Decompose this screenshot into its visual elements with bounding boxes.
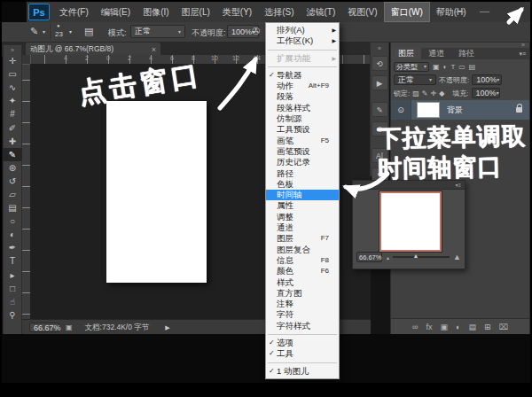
brush-panel-toggle-icon[interactable]: ▤ [84, 26, 93, 37]
navigator-zoom-slider[interactable]: ▴ ▲ ▲ [387, 252, 461, 262]
lock-transparent-icon[interactable]: ▨ [412, 90, 419, 97]
menu-item-tools[interactable]: ✓ 工具 [266, 348, 339, 359]
zoom-tool[interactable]: ⚲ [4, 308, 21, 322]
menu-item-paragraph[interactable]: 段落 [266, 91, 339, 102]
menu-item-timeline[interactable]: 时间轴 [266, 190, 339, 200]
status-expand-icon[interactable]: ▶ [165, 324, 169, 331]
menu-help[interactable]: 帮助(H) [430, 2, 473, 22]
layer-row-background[interactable]: ⊙ 背景 [391, 100, 529, 120]
link-layers-icon[interactable]: ∞ [412, 323, 418, 331]
hand-tool[interactable]: ☝ [4, 295, 21, 308]
filter-kind-select[interactable]: 分类型▾ [394, 62, 429, 72]
toolbar-collapse-icon[interactable]: » [11, 46, 14, 54]
menu-edit[interactable]: 编辑(E) [95, 2, 137, 22]
tab-paths[interactable]: 路径 [451, 48, 481, 59]
menu-item-brush-presets[interactable]: 画笔预设 [266, 146, 339, 157]
menu-item-notes[interactable]: 注释 [266, 299, 339, 309]
pen-tool[interactable]: ✒ [4, 241, 21, 254]
history-panel-icon[interactable]: ⟲ [372, 56, 388, 71]
fill-select[interactable]: 100%▾ [472, 88, 500, 98]
menu-image[interactable]: 图像(I) [137, 2, 175, 22]
tab-channels[interactable]: 通道 [421, 48, 451, 59]
lock-pixels-icon[interactable]: ✎ [422, 90, 428, 97]
menu-item-histogram[interactable]: 直方图 [266, 288, 339, 299]
lasso-tool[interactable]: ∿ [4, 81, 21, 94]
slider-track[interactable]: ▲ [393, 256, 450, 258]
layer-effects-icon[interactable]: fx [426, 323, 433, 331]
zoom-out-icon[interactable]: ▴ [387, 254, 389, 261]
document-canvas[interactable] [106, 101, 207, 283]
quick-selection-tool[interactable]: ✦ [4, 94, 21, 107]
adjustment-layer-icon[interactable]: ◐ [456, 323, 460, 331]
blur-tool[interactable]: ○ [4, 214, 21, 228]
brush-size-value[interactable]: 23 [55, 30, 63, 38]
layer-opacity-select[interactable]: 100%▾ [472, 74, 502, 85]
panel-menu-icon[interactable]: ▾≡ [515, 48, 529, 59]
blend-mode-select[interactable]: 正常▾ [394, 74, 436, 85]
menu-item-swatches[interactable]: 色板 [266, 179, 339, 190]
layer-group-icon[interactable]: ▤ [468, 323, 476, 331]
menu-separator[interactable] [268, 50, 337, 51]
clone-stamp-tool[interactable]: ⊛ [4, 161, 21, 175]
dock-collapse-icon[interactable]: » [521, 42, 525, 48]
menu-item-layer-comps[interactable]: 图层复合 [266, 245, 339, 255]
menu-separator[interactable] [268, 362, 337, 363]
menu-item-brush[interactable]: 画笔 F5 [266, 136, 339, 146]
filter-adjustment-icon[interactable]: ◐ [443, 63, 448, 71]
visibility-gutter[interactable]: ⊙ [391, 100, 411, 120]
menu-separator[interactable] [268, 66, 337, 67]
shape-tool[interactable]: □ [4, 282, 21, 295]
path-selection-tool[interactable]: ▸ [4, 269, 21, 282]
menu-item-color[interactable]: 颜色 F6 [266, 266, 339, 276]
menu-item-adjustments[interactable]: 调整 [266, 212, 339, 222]
menu-item-workspace[interactable]: 工作区(K) ▶ [266, 35, 339, 46]
menu-item-styles[interactable]: 样式 [266, 277, 339, 288]
menu-item-paragraph-styles[interactable]: 段落样式 [266, 103, 339, 113]
document-tab[interactable]: 动图儿 @ 66.7%(RGB/8) × [25, 42, 161, 56]
crop-tool[interactable]: # [4, 107, 21, 121]
history-brush-tool[interactable]: ↺ [4, 175, 21, 188]
airbrush-icon[interactable]: ✇ [252, 26, 260, 37]
menu-view[interactable]: 视图(V) [341, 2, 383, 22]
brush-tool-icon[interactable]: ✎ [30, 26, 38, 37]
tab-layers[interactable]: 图层 [391, 48, 421, 59]
filter-type-icon[interactable]: T [450, 63, 455, 71]
lock-all-icon[interactable]: ◆ [439, 90, 444, 97]
mode-select[interactable]: 正常▾ [130, 25, 185, 38]
menu-item-character-styles[interactable]: 字符样式 [266, 321, 339, 331]
layer-mask-icon[interactable]: ▣ [441, 323, 449, 331]
close-tab-icon[interactable]: × [152, 45, 156, 54]
move-tool[interactable]: ✛ [4, 54, 21, 67]
filter-smart-icon[interactable]: ▤ [469, 63, 476, 71]
gradient-tool[interactable]: ▤ [4, 201, 21, 214]
layer-thumbnail[interactable] [417, 102, 440, 118]
menu-item-paths[interactable]: 路径 [266, 168, 339, 179]
menu-select[interactable]: 选择(S) [258, 2, 300, 22]
navigator-zoom-field[interactable]: 66.67% [356, 252, 382, 262]
menu-item-navigator[interactable]: ✓ 导航器 [266, 70, 339, 81]
healing-brush-tool[interactable]: ✚ [4, 135, 21, 148]
menu-item-clone-source[interactable]: 仿制源 [266, 113, 339, 124]
menu-item-options[interactable]: ✓ 选项 [266, 338, 339, 348]
menu-item-layers[interactable]: 图层 F7 [266, 233, 339, 244]
menu-file[interactable]: 文件(F) [53, 2, 95, 22]
brush-preset-dot-icon[interactable]: ● [57, 23, 60, 28]
menu-layer[interactable]: 图层(L) [176, 2, 216, 22]
menu-item-info[interactable]: 信息 F8 [266, 255, 339, 266]
new-layer-icon[interactable]: ⊞ [484, 323, 491, 331]
tool-preset-caret-icon[interactable]: ▾ [43, 28, 45, 35]
restore-button[interactable]: — [480, 5, 489, 16]
menu-item-history[interactable]: 历史记录 [266, 157, 339, 167]
zoom-in-icon[interactable]: ▲ [453, 253, 461, 261]
panel-menu-icon[interactable]: ▾≡ [455, 182, 461, 188]
brush-preset-caret-icon[interactable]: ▾ [69, 28, 72, 35]
brush-panel-icon[interactable]: ✎ [372, 102, 388, 117]
menu-item-actions[interactable]: 动作 Alt+F9 [266, 81, 339, 91]
menu-item-tool-presets[interactable]: 工具预设 [266, 124, 339, 135]
status-zoom-field[interactable]: 66.67% [29, 323, 59, 332]
menu-type[interactable]: 类型(Y) [216, 2, 258, 22]
menu-item-extensions[interactable]: 扩展功能 ▶ [266, 53, 339, 64]
eraser-tool[interactable]: ▱ [4, 188, 21, 201]
menu-item-character[interactable]: 字符 [266, 309, 339, 320]
eye-icon[interactable]: ⊙ [397, 105, 404, 114]
